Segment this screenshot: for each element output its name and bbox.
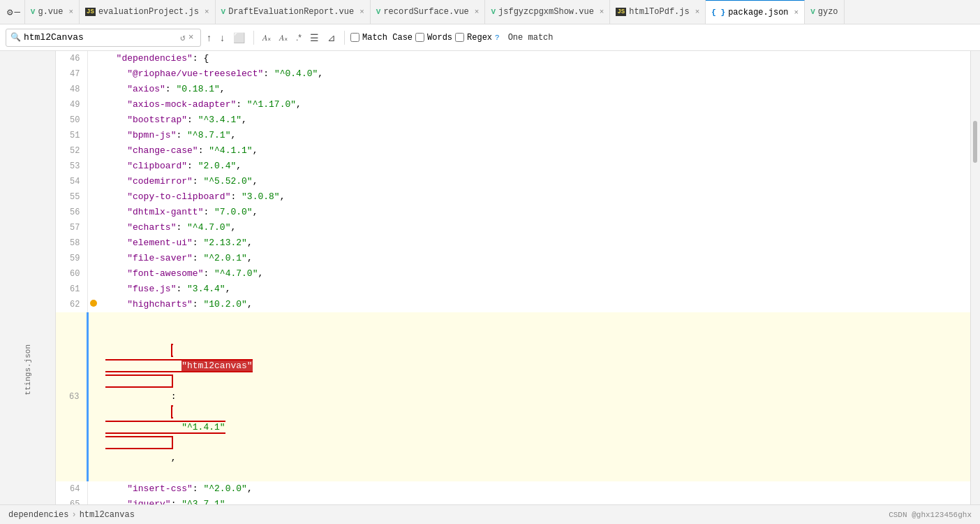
tab-label: package.json bbox=[728, 8, 788, 17]
code-table: 46 "dependencies": { 47 "@riophae/vue-tr… bbox=[56, 51, 980, 504]
vue-icon: V bbox=[31, 8, 36, 16]
line-code: "echarts": "^4.7.0", bbox=[100, 220, 980, 235]
tab-close-btn[interactable]: × bbox=[359, 8, 364, 16]
status-right-label: CSDN @ghx123456ghx bbox=[889, 511, 972, 519]
table-row: 62 "highcharts": "10.2.0", bbox=[56, 297, 980, 312]
code-editor[interactable]: 46 "dependencies": { 47 "@riophae/vue-tr… bbox=[56, 51, 980, 504]
table-row: 58 "element-ui": "2.13.2", bbox=[56, 235, 980, 251]
words-label[interactable]: Words bbox=[415, 33, 452, 43]
table-row: 47 "@riophae/vue-treeselect": "^0.4.0", bbox=[56, 66, 980, 82]
scrollbar[interactable] bbox=[970, 51, 980, 504]
line-number: 53 bbox=[56, 159, 87, 174]
line-code: "copy-to-clipboard": "3.0.8", bbox=[100, 189, 980, 205]
breadcrumb-html2canvas: html2canvas bbox=[80, 510, 135, 520]
tab-close-btn[interactable]: × bbox=[600, 8, 604, 16]
toolbar-separator-2 bbox=[344, 31, 345, 45]
line-number: 49 bbox=[56, 97, 87, 112]
find-case-btn[interactable]: 𝐴ₓ bbox=[276, 31, 290, 44]
line-number: 47 bbox=[56, 66, 87, 82]
sidebar-item-settings[interactable]: ttings.json bbox=[24, 344, 32, 395]
scroll-down-btn[interactable]: ↓ bbox=[217, 31, 228, 45]
line-indicator bbox=[87, 497, 100, 504]
table-row: 56 "dhtmlx-gantt": "7.0.0", bbox=[56, 205, 980, 220]
js-icon: JS bbox=[85, 8, 96, 16]
json-icon: { } bbox=[711, 8, 725, 17]
regex-text: Regex bbox=[467, 33, 492, 43]
filter-btn[interactable]: ☰ bbox=[307, 31, 322, 45]
tab-jsfgyzcpgxm-show-vue[interactable]: V jsfgyzcpgxmShow.vue × bbox=[485, 0, 610, 24]
line-code: "jquery": "^3.7.1", bbox=[100, 497, 980, 504]
scrollbar-thumb[interactable] bbox=[973, 121, 977, 163]
tab-html-to-pdf-js[interactable]: JS htmlToPdf.js × bbox=[610, 0, 706, 24]
table-row: 60 "font-awesome": "^4.7.0", bbox=[56, 266, 980, 282]
breadcrumb-dependencies: dependencies bbox=[8, 510, 68, 520]
line-indicator bbox=[87, 297, 100, 312]
match-case-label[interactable]: Match Case bbox=[350, 33, 413, 43]
line-number: 48 bbox=[56, 82, 87, 97]
table-row: 57 "echarts": "^4.7.0", bbox=[56, 220, 980, 235]
tab-evaluation-project-js[interactable]: JS evaluationProject.js × bbox=[80, 0, 215, 24]
funnel-btn[interactable]: ⊿ bbox=[325, 31, 339, 45]
refresh-icon[interactable]: ↺ bbox=[180, 32, 186, 43]
search-match-box: "html2canvas" bbox=[105, 344, 253, 388]
tab-bar: ⚙ — V g.vue × JS evaluationProject.js × … bbox=[0, 0, 980, 24]
line-code: "font-awesome": "^4.7.0", bbox=[100, 266, 980, 282]
line-number: 51 bbox=[56, 128, 87, 143]
line-number: 57 bbox=[56, 220, 87, 235]
line-indicator bbox=[87, 481, 100, 497]
table-row: 50 "bootstrap": "^3.4.1", bbox=[56, 112, 980, 128]
line-code: "dependencies": { bbox=[100, 51, 980, 66]
tab-close-btn[interactable]: × bbox=[68, 8, 73, 16]
tab-package-json[interactable]: { } package.json × bbox=[706, 0, 805, 24]
line-code: "html2canvas" : "^1.4.1" , bbox=[100, 312, 980, 481]
table-row: 48 "axios": "0.18.1", bbox=[56, 82, 980, 97]
status-bar: dependencies › html2canvas CSDN @ghx1234… bbox=[0, 504, 980, 524]
line-code: "bootstrap": "^3.4.1", bbox=[100, 112, 980, 128]
find-regex-btn[interactable]: .* bbox=[293, 31, 304, 44]
settings-icon: ⚙ bbox=[7, 6, 13, 18]
vue-icon: V bbox=[221, 8, 226, 16]
tab-close-btn[interactable]: × bbox=[475, 8, 480, 16]
table-row-highlighted: 63 "html2canvas" : "^1.4.1" , bbox=[56, 312, 980, 481]
tab-g-vue[interactable]: V g.vue × bbox=[25, 0, 80, 24]
vue-icon: V bbox=[491, 8, 496, 16]
line-number: 63 bbox=[56, 312, 87, 481]
table-row: 51 "bpmn-js": "^8.7.1", bbox=[56, 128, 980, 143]
match-case-checkbox[interactable] bbox=[350, 33, 359, 42]
line-indicator bbox=[87, 312, 100, 481]
toggle-view-btn[interactable]: ⬜ bbox=[230, 31, 248, 45]
line-indicator bbox=[87, 112, 100, 128]
scroll-up-btn[interactable]: ↑ bbox=[204, 31, 214, 45]
line-indicator bbox=[87, 266, 100, 282]
tab-draft-evaluation-report-vue[interactable]: V DraftEvaluationReport.vue × bbox=[216, 0, 371, 24]
line-indicator bbox=[87, 205, 100, 220]
line-number: 65 bbox=[56, 497, 87, 504]
table-row: 54 "codemirror": "^5.52.0", bbox=[56, 174, 980, 189]
search-box: 🔍 ↺ × bbox=[6, 29, 201, 47]
tab-close-btn[interactable]: × bbox=[794, 8, 799, 17]
match-case-text: Match Case bbox=[362, 33, 413, 43]
line-code: "insert-css": "^2.0.0", bbox=[100, 481, 980, 497]
search-input[interactable] bbox=[24, 32, 177, 43]
words-checkbox[interactable] bbox=[415, 33, 424, 42]
table-row: 53 "clipboard": "2.0.4", bbox=[56, 159, 980, 174]
tab-close-btn[interactable]: × bbox=[205, 8, 209, 16]
line-number: 46 bbox=[56, 51, 87, 66]
regex-checkbox[interactable] bbox=[455, 33, 464, 42]
tab-settings-icon[interactable]: ⚙ — bbox=[3, 0, 25, 24]
tab-close-btn[interactable]: × bbox=[695, 8, 700, 16]
table-row: 52 "change-case": "^4.1.1", bbox=[56, 143, 980, 159]
sidebar: ttings.json bbox=[0, 51, 56, 504]
find-btn[interactable]: 𝐴ₓ bbox=[260, 31, 274, 44]
line-indicator bbox=[87, 51, 100, 66]
table-row: 64 "insert-css": "^2.0.0", bbox=[56, 481, 980, 497]
tab-record-surface-vue[interactable]: V recordSurface.vue × bbox=[371, 0, 486, 24]
tab-gyzo[interactable]: V gyzo bbox=[805, 0, 844, 24]
table-row: 55 "copy-to-clipboard": "3.0.8", bbox=[56, 189, 980, 205]
line-code: "fuse.js": "3.4.4", bbox=[100, 282, 980, 297]
line-indicator bbox=[87, 174, 100, 189]
line-number: 50 bbox=[56, 112, 87, 128]
close-search-icon[interactable]: × bbox=[188, 32, 194, 43]
regex-label[interactable]: Regex ? bbox=[455, 33, 500, 43]
line-number: 56 bbox=[56, 205, 87, 220]
